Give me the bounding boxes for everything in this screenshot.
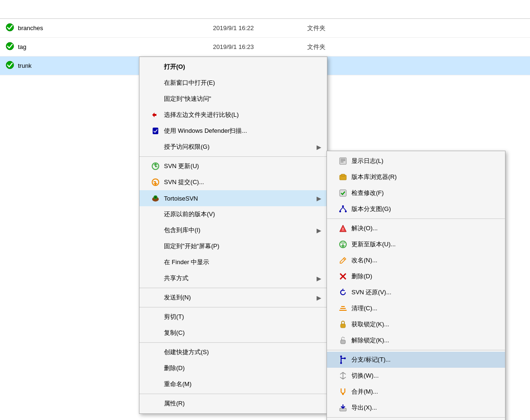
menu-item-share[interactable]: 共享方式▶ bbox=[139, 270, 327, 286]
submenu-item-label: 导出(X)... bbox=[351, 404, 377, 412]
merge-icon bbox=[338, 387, 348, 396]
svg-point-16 bbox=[342, 205, 344, 207]
empty-icon bbox=[151, 347, 160, 357]
menu-separator bbox=[139, 394, 327, 394]
submenu-item-show-log[interactable]: 显示日志(L) bbox=[327, 153, 505, 169]
svg-text:!: ! bbox=[342, 227, 344, 232]
menu-item-label: 删除(D) bbox=[164, 364, 185, 372]
branch-icon bbox=[338, 355, 348, 364]
file-row-name: tag bbox=[0, 42, 207, 52]
submenu-item-label: 解除锁定(K)... bbox=[351, 336, 389, 345]
submenu-item-switch[interactable]: 切换(W)... bbox=[327, 368, 505, 384]
menu-item-include-lib[interactable]: 包含到库中(I)▶ bbox=[139, 222, 327, 238]
svn-status-icon bbox=[6, 42, 14, 52]
context-menu-main: 打开(O)在新窗口中打开(E)固定到"快速访问"选择左边文件夹进行比较(L)使用… bbox=[139, 57, 327, 414]
file-row[interactable]: tag 2019/9/1 16:23 文件夹 bbox=[0, 38, 530, 57]
submenu-item-label: 合并(M)... bbox=[351, 388, 378, 396]
submenu-item-merge[interactable]: 合并(M)... bbox=[327, 384, 505, 400]
menu-item-compare-left[interactable]: 选择左边文件夹进行比较(L) bbox=[139, 107, 327, 123]
menu-item-defender[interactable]: 使用 Windows Defender扫描... bbox=[139, 123, 327, 139]
empty-icon bbox=[151, 363, 160, 373]
empty-icon bbox=[151, 312, 160, 322]
svg-rect-15 bbox=[340, 190, 346, 196]
repo-icon bbox=[338, 172, 348, 182]
svg-line-19 bbox=[340, 207, 343, 210]
submenu-item-label: 检查修改(F) bbox=[351, 189, 384, 197]
svg-point-8 bbox=[155, 196, 156, 198]
menu-separator bbox=[327, 417, 505, 418]
menu-item-send-to[interactable]: 发送到(N)▶ bbox=[139, 290, 327, 306]
submenu-item-branch-tag[interactable]: 分支/标记(T)... bbox=[327, 352, 505, 368]
switch-icon bbox=[338, 371, 348, 380]
empty-icon bbox=[151, 293, 160, 302]
svg-rect-28 bbox=[340, 308, 346, 309]
submenu-item-rename[interactable]: 改名(N)... bbox=[327, 252, 505, 268]
delete-icon bbox=[338, 272, 348, 281]
menu-item-delete[interactable]: 删除(D) bbox=[139, 360, 327, 376]
empty-icon bbox=[151, 258, 160, 267]
submenu-item-get-lock[interactable]: 获取锁定(K)... bbox=[327, 316, 505, 332]
submenu-item-update-to[interactable]: 更新至版本(U)... bbox=[327, 236, 505, 252]
menu-item-grant-access[interactable]: 授予访问权限(G)▶ bbox=[139, 139, 327, 155]
file-row-date: 2019/9/1 16:22 bbox=[207, 24, 302, 32]
menu-item-tortoise-svn[interactable]: TortoiseSVN▶ bbox=[139, 190, 327, 206]
menu-item-properties[interactable]: 属性(R) bbox=[139, 396, 327, 412]
submenu-item-repo-browser[interactable]: 版本库浏览器(R) bbox=[327, 169, 505, 185]
lock-icon bbox=[338, 320, 348, 329]
svg-point-36 bbox=[340, 362, 342, 364]
menu-item-create-shortcut[interactable]: 创建快捷方式(S) bbox=[139, 344, 327, 360]
submenu-item-label: 分支/标记(T)... bbox=[351, 355, 391, 364]
submenu-item-resolve[interactable]: !解决(O)... bbox=[327, 220, 505, 236]
menu-item-label: 授予访问权限(G) bbox=[164, 143, 210, 151]
menu-separator bbox=[139, 288, 327, 288]
defender-icon bbox=[151, 126, 160, 136]
menu-item-pin-start[interactable]: 固定到"开始"屏幕(P) bbox=[139, 238, 327, 254]
svg-rect-31 bbox=[341, 324, 345, 328]
submenu-item-label: 切换(W)... bbox=[351, 372, 379, 380]
file-row-name: branches bbox=[0, 23, 207, 33]
menu-item-open[interactable]: 打开(O) bbox=[139, 59, 327, 75]
menu-item-open-new-win[interactable]: 在新窗口中打开(E) bbox=[139, 75, 327, 91]
svg-rect-14 bbox=[341, 174, 345, 176]
menu-item-svn-commit[interactable]: SVN 提交(C)... bbox=[139, 174, 327, 190]
menu-item-rename[interactable]: 重命名(M) bbox=[139, 376, 327, 392]
menu-item-label: 创建快捷方式(S) bbox=[164, 348, 209, 356]
submenu-arrow: ▶ bbox=[317, 227, 321, 234]
submenu-item-label: 版本库浏览器(R) bbox=[351, 173, 397, 181]
menu-item-svn-update[interactable]: SVN 更新(U) bbox=[139, 158, 327, 174]
file-row[interactable]: branches 2019/9/1 16:22 文件夹 bbox=[0, 19, 530, 38]
menu-item-label: TortoiseSVN bbox=[164, 195, 198, 202]
menu-item-show-finder[interactable]: 在 Finder 中显示 bbox=[139, 254, 327, 270]
menu-item-label: 共享方式 bbox=[164, 274, 188, 283]
submenu-item-label: 清理(C)... bbox=[351, 304, 377, 313]
menu-item-copy[interactable]: 复制(C) bbox=[139, 325, 327, 341]
menu-item-label: 发送到(N) bbox=[164, 293, 191, 302]
check-icon bbox=[338, 188, 348, 198]
submenu-item-cleanup[interactable]: 清理(C)... bbox=[327, 300, 505, 316]
empty-icon bbox=[151, 274, 160, 283]
file-name-label: branches bbox=[18, 24, 43, 32]
menu-item-label: 选择左边文件夹进行比较(L) bbox=[164, 111, 239, 119]
submenu-item-revision-graph[interactable]: 版本分支图(G) bbox=[327, 201, 505, 217]
menu-item-cut[interactable]: 剪切(T) bbox=[139, 309, 327, 325]
submenu-arrow: ▶ bbox=[317, 195, 321, 202]
empty-icon bbox=[151, 210, 160, 219]
menu-item-label: 在新窗口中打开(E) bbox=[164, 79, 215, 87]
menu-item-pin-quick[interactable]: 固定到"快速访问" bbox=[139, 91, 327, 107]
menu-item-revert-version[interactable]: 还原以前的版本(V) bbox=[139, 206, 327, 222]
submenu-item-svn-revert[interactable]: SVN 还原(V)... bbox=[327, 284, 505, 300]
svg-point-37 bbox=[344, 357, 346, 359]
submenu-item-export[interactable]: 导出(X)... bbox=[327, 400, 505, 416]
file-row-type: 文件夹 bbox=[302, 43, 396, 51]
submenu-item-label: 显示日志(L) bbox=[351, 157, 383, 165]
tortoise-icon bbox=[151, 194, 160, 203]
menu-separator bbox=[139, 342, 327, 343]
submenu-item-check-modify[interactable]: 检查修改(F) bbox=[327, 185, 505, 201]
menu-item-label: 剪切(T) bbox=[164, 313, 184, 321]
menu-separator bbox=[139, 307, 327, 307]
empty-icon bbox=[151, 142, 160, 152]
submenu-item-release-lock[interactable]: 解除锁定(K)... bbox=[327, 332, 505, 348]
submenu-item-delete[interactable]: 删除(D) bbox=[327, 268, 505, 284]
submenu-item-label: 更新至版本(U)... bbox=[351, 240, 396, 249]
context-menu-tortoise: 显示日志(L)版本库浏览器(R)检查修改(F)版本分支图(G)!解决(O)...… bbox=[326, 151, 506, 420]
